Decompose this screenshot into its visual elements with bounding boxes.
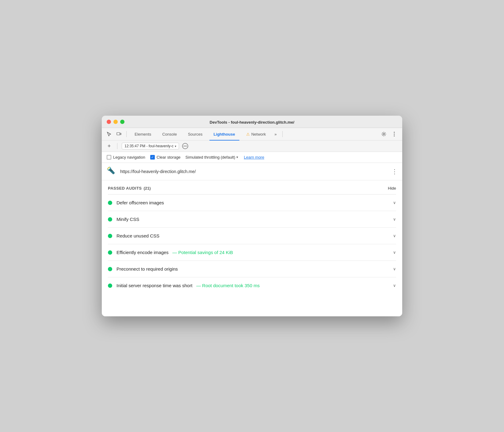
add-tab-button[interactable]: + [105,142,113,150]
url-display: https://foul-heavenly-direction.glitch.m… [120,169,388,174]
throttling-option: Simulated throttling (default) ▾ [185,155,239,160]
svg-rect-0 [117,133,120,135]
throttling-chevron-icon: ▾ [236,155,238,159]
title-bar: DevTools - foul-heavenly-direction.glitc… [102,116,402,128]
clear-storage-label: Clear storage [157,155,181,160]
warning-triangle-icon: ⚠ [246,132,250,137]
tab-sources[interactable]: Sources [184,130,207,138]
tab-network[interactable]: ⚠ Network [242,130,270,138]
legacy-navigation-label: Legacy navigation [113,155,145,160]
legacy-navigation-option[interactable]: Legacy navigation [107,155,145,160]
throttling-label-text: Simulated throttling (default) [185,155,235,160]
toolbar-right-actions [380,130,399,138]
more-options-button[interactable] [390,130,399,138]
audit-label: Reduce unused CSS [116,233,386,238]
traffic-lights [107,120,124,124]
learn-more-link[interactable]: Learn more [244,155,264,160]
audit-item-server-response: Initial server response time was short —… [108,277,396,294]
expand-audit-button[interactable]: ∨ [390,233,396,238]
passed-audits-title-group: PASSED AUDITS (21) [108,186,151,191]
no-entry-icon[interactable] [182,143,188,149]
passed-audits-count: (21) [144,186,151,191]
audit-label: Defer offscreen images [116,200,386,205]
minimize-button[interactable] [113,120,118,124]
svg-point-5 [394,136,395,137]
divider-1 [126,131,127,137]
devtools-window: DevTools - foul-heavenly-direction.glitc… [102,116,402,316]
session-chevron-icon: ▾ [175,145,176,148]
close-button[interactable] [107,120,111,124]
pass-indicator-icon [108,217,112,222]
passed-audits-section: PASSED AUDITS (21) Hide Defer offscreen … [102,180,402,294]
audit-label: Efficiently encode images — Potential sa… [116,250,386,255]
audit-item-defer-offscreen: Defer offscreen images ∨ [108,195,396,211]
svg-rect-1 [120,133,121,135]
main-content: 🔦 https://foul-heavenly-direction.glitch… [102,163,402,316]
more-tabs-button[interactable]: » [273,131,278,138]
audit-label: Initial server response time was short —… [116,283,386,288]
expand-audit-button[interactable]: ∨ [390,267,396,271]
secondary-toolbar: + 12:35:47 PM - foul-heavenly-c ▾ [102,141,402,152]
url-bar: 🔦 https://foul-heavenly-direction.glitch… [102,163,402,180]
inspect-icon[interactable] [105,130,113,138]
svg-point-3 [394,132,395,133]
settings-button[interactable] [380,130,388,138]
expand-audit-button[interactable]: ∨ [390,200,396,205]
window-title: DevTools - foul-heavenly-direction.glitc… [210,120,294,125]
audit-item-reduce-unused-css: Reduce unused CSS ∨ [108,228,396,244]
device-toggle-icon[interactable] [115,130,123,138]
tab-elements[interactable]: Elements [130,130,155,138]
audit-label: Preconnect to required origins [116,266,386,272]
legacy-navigation-checkbox[interactable] [107,155,111,160]
pass-indicator-icon [108,250,112,255]
pass-indicator-icon [108,267,112,271]
passed-audits-title: PASSED AUDITS [108,186,142,191]
lighthouse-logo-icon: 🔦 [107,167,116,176]
session-selector[interactable]: 12:35:47 PM - foul-heavenly-c ▾ [122,143,179,149]
expand-audit-button[interactable]: ∨ [390,217,396,222]
audit-savings-text: — Potential savings of 24 KiB [172,250,233,255]
main-toolbar: Elements Console Sources Lighthouse ⚠ Ne… [102,128,402,141]
pass-indicator-icon [108,201,112,205]
clear-storage-option[interactable]: ✓ Clear storage [150,155,181,160]
url-more-options-button[interactable]: ⋮ [391,168,397,175]
clear-storage-checkbox[interactable]: ✓ [150,155,155,160]
network-tab-with-warning: ⚠ Network [246,132,266,137]
options-bar: Legacy navigation ✓ Clear storage Simula… [102,152,402,163]
divider-3 [117,143,117,149]
tab-lighthouse[interactable]: Lighthouse [209,130,239,138]
pass-indicator-icon [108,284,112,288]
maximize-button[interactable] [120,120,124,124]
svg-point-4 [394,134,395,135]
audit-item-minify-css: Minify CSS ∨ [108,211,396,228]
tab-console[interactable]: Console [158,130,181,138]
audit-label: Minify CSS [116,217,386,222]
svg-point-2 [383,133,385,135]
pass-indicator-icon [108,234,112,238]
hide-audits-button[interactable]: Hide [388,186,396,191]
expand-audit-button[interactable]: ∨ [390,250,396,255]
expand-audit-button[interactable]: ∨ [390,283,396,288]
divider-2 [282,131,283,137]
audit-savings-text: — Root document took 350 ms [196,283,260,288]
audit-list: Defer offscreen images ∨ Minify CSS ∨ Re… [108,195,396,294]
audit-item-efficiently-encode: Efficiently encode images — Potential sa… [108,244,396,261]
session-label-text: 12:35:47 PM - foul-heavenly-c [124,144,174,148]
passed-audits-header: PASSED AUDITS (21) Hide [108,180,396,195]
audit-item-preconnect: Preconnect to required origins ∨ [108,261,396,277]
